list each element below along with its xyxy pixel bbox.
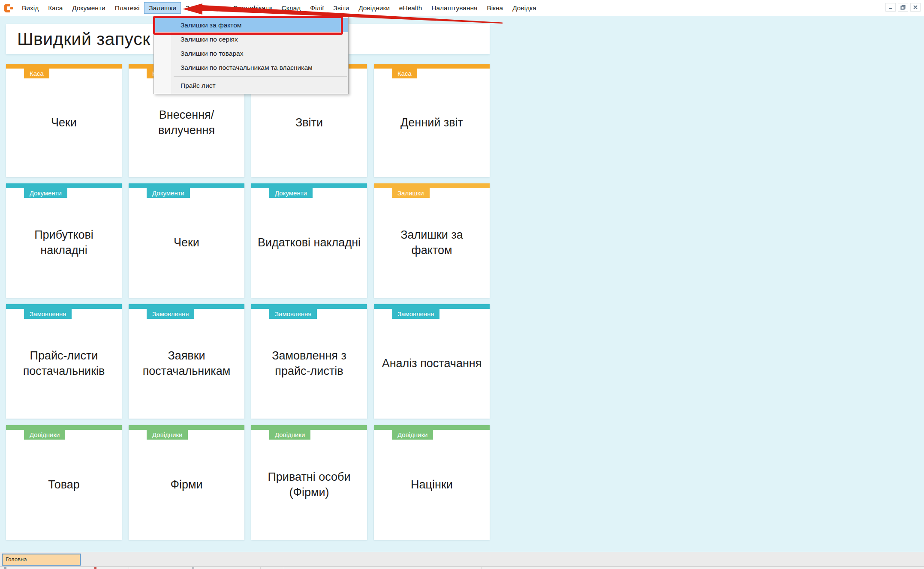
- tile-color-bar: [251, 304, 367, 309]
- restore-button[interactable]: [898, 3, 908, 12]
- dropdown-item-zalyshky-po-tovarakh[interactable]: Залишки по товарах: [154, 46, 348, 60]
- tile-label: Залишки за фактом: [374, 188, 490, 298]
- dropdown-separator: [174, 76, 347, 77]
- zalyshky-dropdown-menu: Залишки за фактом Залишки по серіях Зали…: [153, 16, 349, 94]
- tile-label: Товар: [6, 430, 122, 540]
- tile-zaiavky-postachalnykam[interactable]: Замовлення Заявки постачальникам: [129, 304, 244, 419]
- menu: Вихід Каса Документи Платежі Залишки Зам…: [17, 2, 541, 14]
- tile-label: Чеки: [6, 69, 122, 177]
- tile-analiz-postachannia[interactable]: Замовлення Аналіз постачання: [374, 304, 490, 419]
- tile-zalyshky-za-faktom[interactable]: Залишки Залишки за фактом: [374, 183, 490, 298]
- tile-color-bar: [374, 425, 490, 430]
- menu-item-ehealth[interactable]: eHealth: [394, 2, 427, 14]
- tile-zamovlennia-z-prais-lystiv[interactable]: Замовлення Замовлення з прайс-листів: [251, 304, 367, 419]
- menu-item-vykhid[interactable]: Вихід: [17, 2, 43, 14]
- tile-color-bar: [129, 183, 244, 188]
- tile-prais-lysty-postachalnykiv[interactable]: Замовлення Прайс-листи постачальників: [6, 304, 122, 419]
- menu-item-dovidka[interactable]: Довідка: [508, 2, 541, 14]
- tile-color-bar: [6, 64, 122, 69]
- menu-item-zamovlennia[interactable]: Замовлення: [181, 2, 228, 14]
- menu-item-sklad[interactable]: Склад: [277, 2, 305, 14]
- tile-firmy[interactable]: Довідники Фірми: [129, 425, 244, 540]
- bottom-strip: [0, 566, 924, 569]
- tile-color-bar: [6, 425, 122, 430]
- app-logo-icon: [3, 3, 14, 13]
- tile-vydatkovi-nakladni[interactable]: Документи Видаткові накладні: [251, 183, 367, 298]
- status-bar: Головна: [0, 552, 924, 566]
- menu-item-sertyfikaty[interactable]: Сертифікати: [228, 2, 277, 14]
- tile-color-bar: [6, 304, 122, 309]
- tile-color-bar: [374, 304, 490, 309]
- tile-label: Прибуткові накладні: [6, 188, 122, 298]
- tile-label: Видаткові накладні: [251, 188, 367, 298]
- tile-dennyi-zvit[interactable]: Каса Денний звіт: [374, 64, 490, 177]
- menu-item-kasa[interactable]: Каса: [43, 2, 67, 14]
- tile-label: Денний звіт: [374, 69, 490, 177]
- dropdown-item-prais-lyst[interactable]: Прайс лист: [154, 78, 348, 93]
- tile-pryvatni-osoby-firmy[interactable]: Довідники Приватні особи (Фірми): [251, 425, 367, 540]
- tile-label: Аналіз постачання: [374, 309, 490, 419]
- tile-label: Замовлення з прайс-листів: [251, 309, 367, 419]
- menu-item-zalyshky[interactable]: Залишки: [144, 2, 181, 14]
- tile-label: Прайс-листи постачальників: [6, 309, 122, 419]
- tile-prybutkovi-nakladni[interactable]: Документи Прибуткові накладні: [6, 183, 122, 298]
- tile-color-bar: [251, 183, 367, 188]
- menu-item-filii[interactable]: Філії: [305, 2, 328, 14]
- tile-label: Заявки постачальникам: [129, 309, 244, 419]
- tile-color-bar: [129, 425, 244, 430]
- menu-item-dokumenty[interactable]: Документи: [67, 2, 110, 14]
- close-button[interactable]: [910, 3, 921, 12]
- window-controls: [885, 3, 921, 12]
- dropdown-item-zalyshky-za-faktom[interactable]: Залишки за фактом: [154, 18, 348, 32]
- menu-item-platezhi[interactable]: Платежі: [110, 2, 144, 14]
- tile-cheky-kasa[interactable]: Каса Чеки: [6, 64, 122, 177]
- minimize-button[interactable]: [885, 3, 896, 12]
- tile-tovar[interactable]: Довідники Товар: [6, 425, 122, 540]
- tile-color-bar: [251, 425, 367, 430]
- menu-item-zvity[interactable]: Звіти: [328, 2, 354, 14]
- tile-natsinky[interactable]: Довідники Націнки: [374, 425, 490, 540]
- page-title: Швидкий запуск: [6, 29, 150, 49]
- tile-label: Чеки: [129, 188, 244, 298]
- tile-color-bar: [129, 304, 244, 309]
- tile-label: Націнки: [374, 430, 490, 540]
- tile-label: Фірми: [129, 430, 244, 540]
- menu-bar: Вихід Каса Документи Платежі Залишки Зам…: [0, 0, 924, 16]
- menu-item-nalashtuvannia[interactable]: Налаштування: [427, 2, 482, 14]
- tile-cheky-dokumenty[interactable]: Документи Чеки: [129, 183, 244, 298]
- menu-item-vikna[interactable]: Вікна: [482, 2, 508, 14]
- dropdown-item-label: Залишки за фактом: [181, 21, 241, 29]
- tile-color-bar: [374, 64, 490, 69]
- quick-launch-grid: Каса Чеки Каса Внесення/вилучення Каса З…: [6, 64, 490, 540]
- menu-item-dovidnyky[interactable]: Довідники: [354, 2, 394, 14]
- dropdown-item-zalyshky-po-seriiakh[interactable]: Залишки по серіях: [154, 32, 348, 46]
- tile-color-bar: [374, 183, 490, 188]
- tile-label: Приватні особи (Фірми): [251, 430, 367, 540]
- tile-color-bar: [6, 183, 122, 188]
- tab-holovna[interactable]: Головна: [2, 554, 81, 566]
- dropdown-item-zalyshky-po-postachalnykam[interactable]: Залишки по постачальникам та власникам: [154, 60, 348, 75]
